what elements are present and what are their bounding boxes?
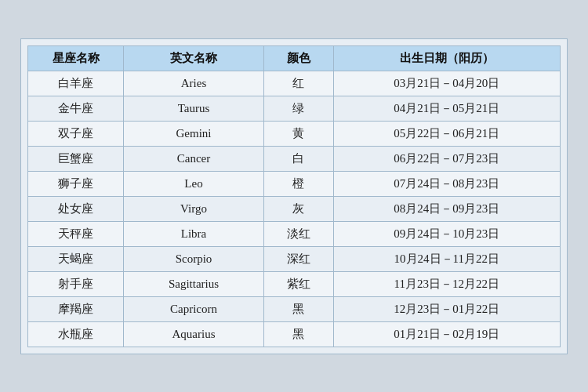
cell-color: 白 [263,146,333,171]
table-row: 水瓶座Aquarius黑01月21日－02月19日 [28,321,561,347]
header-date: 出生日期（阳历） [333,45,560,71]
cell-en-name: Capricorn [124,296,263,321]
cell-date: 09月24日－10月23日 [333,221,560,246]
cell-color: 黄 [263,121,333,146]
table-row: 天蝎座Scorpio深红10月24日－11月22日 [28,246,561,271]
cell-en-name: Virgo [124,196,263,221]
cell-date: 07月24日－08月23日 [333,171,560,196]
cell-color: 绿 [263,96,333,121]
cell-color: 灰 [263,196,333,221]
cell-en-name: Sagittarius [124,271,263,296]
cell-zh-name: 天秤座 [28,221,124,246]
cell-date: 03月21日－04月20日 [333,71,560,96]
table-row: 狮子座Leo橙07月24日－08月23日 [28,171,561,196]
cell-zh-name: 狮子座 [28,171,124,196]
table-row: 处女座Virgo灰08月24日－09月23日 [28,196,561,221]
cell-zh-name: 水瓶座 [28,321,124,347]
cell-color: 橙 [263,171,333,196]
table-body: 白羊座Aries红03月21日－04月20日金牛座Taurus绿04月21日－0… [28,71,561,347]
zodiac-table: 星座名称 英文名称 颜色 出生日期（阳历） 白羊座Aries红03月21日－04… [27,45,561,347]
header-color: 颜色 [263,45,333,71]
table-row: 双子座Gemini黄05月22日－06月21日 [28,121,561,146]
table-row: 巨蟹座Cancer白06月22日－07月23日 [28,146,561,171]
table-row: 天秤座Libra淡红09月24日－10月23日 [28,221,561,246]
cell-color: 黑 [263,321,333,347]
table-row: 射手座Sagittarius紫红11月23日－12月22日 [28,271,561,296]
cell-date: 11月23日－12月22日 [333,271,560,296]
table-row: 白羊座Aries红03月21日－04月20日 [28,71,561,96]
table-row: 摩羯座Capricorn黑12月23日－01月22日 [28,296,561,321]
cell-zh-name: 处女座 [28,196,124,221]
header-zh-name: 星座名称 [28,45,124,71]
cell-date: 12月23日－01月22日 [333,296,560,321]
cell-en-name: Leo [124,171,263,196]
cell-zh-name: 金牛座 [28,96,124,121]
cell-en-name: Aquarius [124,321,263,347]
header-en-name: 英文名称 [124,45,263,71]
cell-en-name: Gemini [124,121,263,146]
cell-zh-name: 摩羯座 [28,296,124,321]
cell-date: 06月22日－07月23日 [333,146,560,171]
cell-color: 红 [263,71,333,96]
cell-zh-name: 射手座 [28,271,124,296]
cell-date: 10月24日－11月22日 [333,246,560,271]
table-row: 金牛座Taurus绿04月21日－05月21日 [28,96,561,121]
cell-en-name: Scorpio [124,246,263,271]
cell-date: 01月21日－02月19日 [333,321,560,347]
cell-color: 淡红 [263,221,333,246]
cell-date: 04月21日－05月21日 [333,96,560,121]
cell-en-name: Taurus [124,96,263,121]
cell-color: 黑 [263,296,333,321]
cell-date: 08月24日－09月23日 [333,196,560,221]
table-header-row: 星座名称 英文名称 颜色 出生日期（阳历） [28,45,561,71]
cell-en-name: Aries [124,71,263,96]
cell-zh-name: 双子座 [28,121,124,146]
cell-date: 05月22日－06月21日 [333,121,560,146]
cell-en-name: Cancer [124,146,263,171]
cell-zh-name: 白羊座 [28,71,124,96]
zodiac-table-container: 星座名称 英文名称 颜色 出生日期（阳历） 白羊座Aries红03月21日－04… [20,38,568,354]
cell-zh-name: 天蝎座 [28,246,124,271]
cell-color: 紫红 [263,271,333,296]
cell-zh-name: 巨蟹座 [28,146,124,171]
cell-color: 深红 [263,246,333,271]
cell-en-name: Libra [124,221,263,246]
